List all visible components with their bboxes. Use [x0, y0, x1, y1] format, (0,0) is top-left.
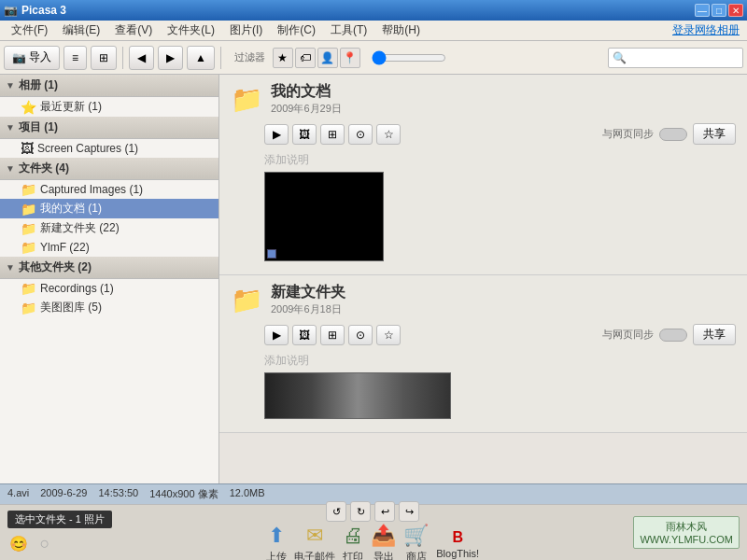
- view-detail-button[interactable]: ⊞: [91, 46, 117, 70]
- sync-area-0: 与网页同步 共享: [602, 123, 736, 145]
- email-label: 电子邮件: [294, 550, 335, 560]
- menubar: 文件(F) 编辑(E) 查看(V) 文件夹(L) 图片(I) 制作(C) 工具(…: [0, 21, 747, 41]
- menu-create[interactable]: 制作(C): [270, 21, 323, 40]
- filter-tag[interactable]: 🏷: [295, 48, 316, 68]
- search-input[interactable]: [627, 51, 739, 64]
- folder-section-0: 📁 我的文档 2009年6月29日 ▶ 🖼 ⊞ ⊙ ☆ 与网页同步 共享 添加说…: [219, 75, 747, 275]
- collage-1[interactable]: ⊙: [348, 325, 373, 345]
- share-button-0[interactable]: 共享: [693, 123, 736, 145]
- sync-toggle-0[interactable]: [659, 128, 687, 141]
- rotate-buttons: ↺ ↻ ↩ ↪: [326, 501, 419, 522]
- sidebar-item-ylmf[interactable]: 📁 YlmF (22): [0, 238, 218, 257]
- status-resolution: 1440x900 像素: [149, 487, 218, 501]
- upload-label: 上传: [266, 550, 287, 560]
- sidebar-item-recordings[interactable]: 📁 Recordings (1): [0, 279, 218, 298]
- edit-photo-0[interactable]: 🖼: [292, 124, 317, 145]
- grid-view-1[interactable]: ⊞: [320, 325, 345, 345]
- folder-title-0: 我的文档: [271, 82, 342, 102]
- sidebar-item-screen-captures[interactable]: 🖼 Screen Captures (1): [0, 139, 218, 158]
- folder-caption-1[interactable]: 添加说明: [264, 353, 736, 369]
- filter-geo[interactable]: 📍: [340, 48, 360, 68]
- menu-tools[interactable]: 工具(T): [323, 21, 374, 40]
- sidebar-item-new-folder[interactable]: 📁 新建文件夹 (22): [0, 218, 218, 238]
- sidebar-item-captured[interactable]: 📁 Captured Images (1): [0, 180, 218, 199]
- maximize-button[interactable]: □: [712, 4, 726, 17]
- folder-icon-large-1: 📁: [231, 285, 263, 315]
- sidebar-section-other[interactable]: ▼ 其他文件夹 (2): [0, 257, 218, 279]
- close-button[interactable]: ✕: [728, 4, 743, 17]
- rotate-left-button[interactable]: ↺: [326, 501, 346, 522]
- sidebar-item-label-mei: 美图图库 (5): [40, 300, 102, 315]
- bottom-right: 雨林木风WWW.YLMFU.COM: [633, 516, 740, 549]
- folders-section-label: 文件夹 (4): [19, 161, 69, 176]
- import-button[interactable]: 📷 导入: [4, 46, 60, 70]
- sidebar-section-projects[interactable]: ▼ 项目 (1): [0, 117, 218, 139]
- menu-view[interactable]: 查看(V): [107, 21, 160, 40]
- sidebar-section-albums[interactable]: ▼ 相册 (1): [0, 75, 218, 97]
- filter-slider-area: [372, 50, 597, 65]
- folder-icon-mei: 📁: [21, 301, 36, 315]
- shop-icon: 🛒: [403, 524, 429, 548]
- menu-edit[interactable]: 编辑(E): [55, 21, 107, 40]
- detail-icon: ⊞: [99, 51, 108, 64]
- folder-icon-large-0: 📁: [231, 84, 263, 115]
- sync-label-1: 与网页同步: [602, 328, 654, 342]
- collapse-icon: ▼: [6, 80, 15, 91]
- share-button-1[interactable]: 共享: [693, 324, 736, 345]
- grid-view-0[interactable]: ⊞: [320, 124, 345, 145]
- face-tag-icon[interactable]: 😊: [7, 532, 30, 554]
- sidebar-item-label-new: 新建文件夹 (22): [40, 220, 120, 236]
- folder-date-1: 2009年6月18日: [271, 302, 345, 316]
- sidebar-item-meitugallery[interactable]: 📁 美图图库 (5): [0, 298, 218, 317]
- minimize-button[interactable]: —: [695, 4, 710, 17]
- filter-face[interactable]: 👤: [317, 48, 338, 68]
- menu-file[interactable]: 文件(F): [4, 21, 55, 40]
- sidebar-item-label-ylmf: YlmF (22): [40, 241, 90, 254]
- sync-area-1: 与网页同步 共享: [602, 324, 736, 345]
- sync-toggle-1[interactable]: [659, 329, 687, 342]
- folder-toolbar-1: ▶ 🖼 ⊞ ⊙ ☆ 与网页同步 共享: [264, 320, 736, 349]
- menu-folder[interactable]: 文件夹(L): [160, 21, 222, 40]
- sidebar-item-recent[interactable]: ⭐ 最近更新 (1): [0, 97, 218, 117]
- menu-image[interactable]: 图片(I): [222, 21, 270, 40]
- export-button[interactable]: 📤 导出: [371, 524, 396, 560]
- view-list-button[interactable]: ≡: [63, 46, 87, 70]
- blog-button[interactable]: B BlogThis!: [436, 529, 479, 559]
- sidebar-item-my-docs[interactable]: 📁 我的文档 (1): [0, 199, 218, 218]
- title-left: 📷 Picasa 3: [4, 4, 66, 17]
- star-rate-1[interactable]: ☆: [376, 325, 401, 345]
- folder-icon-rec: 📁: [21, 281, 36, 296]
- menu-help[interactable]: 帮助(H): [374, 21, 428, 40]
- thumb-selector-0-0[interactable]: [267, 249, 276, 259]
- filter-star[interactable]: ★: [273, 48, 293, 68]
- bottom-toolbar: 选中文件夹 - 1 照片 😊 ○ ↺ ↻ ↩ ↪ ⬆ 上传 ✉ 电子邮件 🖨 打…: [0, 504, 747, 560]
- thumbnail-0-0[interactable]: [264, 172, 384, 261]
- folder-header-1: 📁 新建文件夹 2009年6月18日: [231, 283, 736, 316]
- login-link[interactable]: 登录网络相册: [672, 22, 740, 38]
- nav-forward-button[interactable]: ▶: [158, 46, 183, 70]
- shop-button[interactable]: 🛒 商店: [403, 524, 429, 560]
- sidebar-section-folders[interactable]: ▼ 文件夹 (4): [0, 158, 218, 180]
- email-button[interactable]: ✉ 电子邮件: [294, 524, 335, 560]
- nav-back-button[interactable]: ◀: [129, 46, 154, 70]
- search-icon: 🔍: [613, 51, 627, 64]
- screen-capture-icon: 🖼: [21, 141, 34, 156]
- blog-label: BlogThis!: [436, 548, 479, 559]
- folder-caption-0[interactable]: 添加说明: [264, 152, 736, 168]
- toolbar: 📷 导入 ≡ ⊞ ◀ ▶ ▲ 过滤器 ★ 🏷 👤 📍 🔍: [0, 41, 747, 75]
- edit-photo-1[interactable]: 🖼: [292, 325, 317, 345]
- titlebar: 📷 Picasa 3 — □ ✕: [0, 0, 747, 21]
- play-slideshow-1[interactable]: ▶: [264, 325, 289, 345]
- upload-button[interactable]: ⬆ 上传: [266, 524, 287, 560]
- star-rate-0[interactable]: ☆: [376, 124, 401, 145]
- filter-slider-input[interactable]: [372, 50, 446, 65]
- collage-0[interactable]: ⊙: [348, 124, 373, 145]
- undo-button[interactable]: ↩: [374, 501, 395, 522]
- watermark: 雨林木风WWW.YLMFU.COM: [633, 516, 740, 549]
- print-button[interactable]: 🖨 打印: [343, 524, 363, 560]
- sidebar: ▼ 相册 (1) ⭐ 最近更新 (1) ▼ 项目 (1) 🖼 Screen Ca…: [0, 75, 219, 483]
- play-slideshow-0[interactable]: ▶: [264, 124, 289, 145]
- rotate-right-button[interactable]: ↻: [350, 501, 371, 522]
- redo-button[interactable]: ↪: [399, 501, 419, 522]
- nav-up-button[interactable]: ▲: [187, 46, 215, 70]
